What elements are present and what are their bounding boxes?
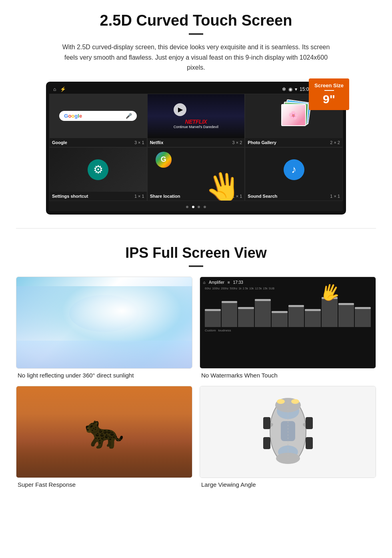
svg-rect-10 [306, 437, 313, 449]
features-grid: No light reflecting under 360° direct su… [16, 277, 376, 488]
viewing-angle-label: Large Viewing Angle [200, 481, 376, 488]
sky-visual [16, 277, 192, 368]
dot-4 [204, 206, 206, 208]
amplifier-image: ⌂ Amplifier ≡ 17:33 60hz 100hz 200hz 500… [200, 277, 376, 369]
share-name: Share location [150, 194, 180, 199]
settings-app-cell[interactable]: ⚙ Settings shortcut 1 × 1 [49, 147, 147, 201]
car-top-view [260, 391, 316, 473]
eq-bars [205, 291, 371, 327]
netflix-app-cell[interactable]: ▶ NETFLIX Continue Marvel's Daredevil Ne… [147, 94, 245, 147]
section1-description: With 2.5D curved-display screen, this de… [56, 42, 336, 73]
badge-size: 9" [314, 92, 344, 106]
app-grid-row1: Google 🎤 Google 3 × 1 [49, 94, 343, 147]
svg-rect-9 [263, 437, 270, 449]
google-logo: Google [64, 113, 82, 119]
status-left: ⌂ ⚡ [53, 86, 66, 92]
svg-point-12 [291, 399, 299, 404]
google-size: 3 × 1 [134, 140, 144, 145]
settings-size: 1 × 1 [134, 194, 144, 199]
gallery-img-front: 🌸 [281, 104, 306, 126]
freq-500: 500hz [230, 287, 237, 290]
freq-200: 200hz [221, 287, 228, 290]
netflix-logo: NETFLIX [174, 118, 218, 125]
play-icon: ▶ [178, 106, 183, 113]
dot-2 [192, 206, 194, 208]
freq-labels: 60hz 100hz 200hz 500hz 1k 2.5k 10k 12.5k… [203, 287, 372, 290]
section1-title: 2.5D Curved Touch Screen [24, 12, 368, 29]
amp-loudness-label: loudness [218, 329, 231, 332]
amp-header: ⌂ Amplifier ≡ 17:33 [203, 280, 372, 285]
badge-label: Screen Size [314, 82, 344, 88]
eq-bar-5 [272, 311, 288, 327]
eq-handle-7 [305, 309, 321, 311]
feature-viewing-angle: Large Viewing Angle [200, 386, 376, 488]
device-mockup: Screen Size 9" ⌂ ⚡ ✻ ◉ ▾ 15:06 ⊡ [46, 82, 346, 215]
eq-handle-1 [205, 309, 221, 311]
freq-1k: 1k [238, 287, 241, 290]
netflix-subtitle: Continue Marvel's Daredevil [174, 125, 218, 129]
cheetah-emoji: 🐆 [84, 413, 124, 451]
amp-home-icon: ⌂ [203, 280, 206, 285]
google-search-bar[interactable]: Google 🎤 [59, 111, 137, 121]
home-icon: ⌂ [53, 86, 56, 92]
amp-menu-icon: ≡ [228, 280, 230, 285]
car-image [200, 386, 376, 478]
section-ips-screen: IPS Full Screen View No light reflecting… [0, 233, 392, 496]
sound-name: Sound Search [248, 194, 277, 199]
eq-bar-3 [238, 307, 254, 327]
sunlight-label: No light reflecting under 360° direct su… [16, 372, 192, 379]
google-label: Google 3 × 1 [50, 138, 147, 147]
netflix-bg: ▶ NETFLIX Continue Marvel's Daredevil [148, 94, 245, 138]
freq-sub: SUB [269, 287, 274, 290]
sound-app-cell[interactable]: ♪ Sound Search 1 × 1 [245, 147, 343, 201]
feature-speed: 🐆 Super Fast Response [16, 386, 192, 488]
settings-widget: ⚙ [50, 148, 147, 192]
google-widget: Google 🎤 [50, 94, 147, 138]
eq-bar-9 [338, 303, 354, 327]
amp-time: 17:33 [233, 280, 243, 285]
eq-bar-6 [288, 305, 304, 327]
eq-bar-2 [222, 301, 238, 327]
eq-bar-4 [255, 299, 271, 327]
netflix-size: 3 × 2 [232, 140, 242, 145]
music-note-icon: ♪ [291, 163, 296, 176]
amp-custom-label: Custom [205, 329, 216, 332]
gallery-label: Photo Gallery 2 × 2 [245, 138, 342, 147]
nav-dots [49, 201, 343, 211]
hand-icon: 🖐 [203, 168, 243, 201]
share-app-cell[interactable]: G 🖐 Share location 1 × 1 [147, 147, 245, 201]
maps-g-icon: G [161, 155, 166, 164]
freq-100: 100hz [212, 287, 220, 290]
gallery-size: 2 × 2 [330, 140, 340, 145]
status-bar: ⌂ ⚡ ✻ ◉ ▾ 15:06 ⊡ ◁) ⊠ ▭ [49, 85, 343, 94]
section2-divider [189, 265, 203, 267]
amp-footer: Custom loudness [203, 329, 372, 332]
watermarks-label: No Watermarks When Touch [200, 372, 376, 379]
speed-label: Super Fast Response [16, 481, 192, 488]
netflix-overlay: ▶ NETFLIX Continue Marvel's Daredevil [174, 103, 218, 129]
google-name: Google [52, 140, 67, 145]
amplifier-visual: ⌂ Amplifier ≡ 17:33 60hz 100hz 200hz 500… [200, 277, 376, 368]
wifi-icon: ▾ [295, 86, 297, 92]
app-grid-row2: ⚙ Settings shortcut 1 × 1 G [49, 147, 343, 201]
eq-bar-10 [355, 307, 371, 327]
settings-icon: ⚙ [88, 159, 108, 180]
car-svg [260, 391, 316, 471]
netflix-label: Netflix 3 × 2 [148, 138, 245, 147]
section-divider-line [16, 228, 376, 229]
dot-3 [198, 206, 200, 208]
eq-handle-9 [338, 303, 354, 305]
sunlight-image [16, 277, 192, 369]
device-screen: ⌂ ⚡ ✻ ◉ ▾ 15:06 ⊡ ◁) ⊠ ▭ [46, 82, 346, 215]
netflix-name: Netflix [150, 140, 164, 145]
eq-bar-7 [305, 309, 321, 327]
eq-handle-6 [288, 305, 304, 307]
freq-60: 60hz [205, 287, 211, 290]
eq-bar-1 [205, 309, 221, 327]
google-app-cell[interactable]: Google 🎤 Google 3 × 1 [49, 94, 147, 147]
play-button[interactable]: ▶ [174, 103, 186, 116]
eq-handle-10 [355, 307, 371, 309]
bluetooth-icon: ✻ [282, 86, 286, 92]
feature-sunlight: No light reflecting under 360° direct su… [16, 277, 192, 379]
settings-label: Settings shortcut 1 × 1 [50, 192, 147, 201]
